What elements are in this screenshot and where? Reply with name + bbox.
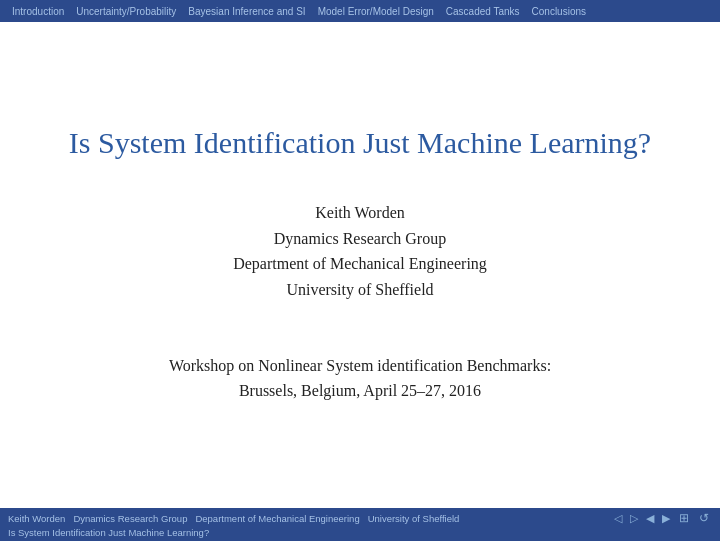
- bottom-navigation: Keith Worden Dynamics Research Group Dep…: [0, 508, 720, 541]
- nav-item-uncertainty[interactable]: Uncertainty/Probability: [70, 6, 182, 17]
- top-navigation[interactable]: Introduction Uncertainty/Probability Bay…: [0, 0, 720, 22]
- nav-item-model-error[interactable]: Model Error/Model Design: [312, 6, 440, 17]
- nav-next-section[interactable]: ▷: [628, 512, 640, 525]
- author-department: Department of Mechanical Engineering: [233, 251, 487, 277]
- nav-item-bayesian[interactable]: Bayesian Inference and SI: [182, 6, 311, 17]
- nav-item-cascaded[interactable]: Cascaded Tanks: [440, 6, 526, 17]
- author-block: Keith Worden Dynamics Research Group Dep…: [233, 200, 487, 302]
- nav-grid-view[interactable]: ⊞: [676, 511, 692, 526]
- bottom-nav-links: Keith Worden Dynamics Research Group Dep…: [8, 513, 459, 524]
- author-name: Keith Worden: [233, 200, 487, 226]
- nav-prev-slide[interactable]: ◀: [644, 512, 656, 525]
- workshop-line1: Workshop on Nonlinear System identificat…: [169, 353, 551, 379]
- nav-controls[interactable]: ◁ ▷ ◀ ▶ ⊞ ↺: [612, 511, 712, 526]
- nav-prev-section[interactable]: ◁: [612, 512, 624, 525]
- bottom-link-department[interactable]: Department of Mechanical Engineering: [195, 513, 359, 524]
- bottom-subtitle: Is System Identification Just Machine Le…: [8, 526, 712, 538]
- bottom-link-group[interactable]: Dynamics Research Group: [73, 513, 187, 524]
- nav-item-introduction[interactable]: Introduction: [6, 6, 70, 17]
- nav-next-slide[interactable]: ▶: [660, 512, 672, 525]
- workshop-line2: Brussels, Belgium, April 25–27, 2016: [169, 378, 551, 404]
- slide-title: Is System Identification Just Machine Le…: [69, 126, 651, 160]
- nav-item-conclusions[interactable]: Conclusions: [526, 6, 592, 17]
- author-university: University of Sheffield: [233, 277, 487, 303]
- slide-content: Is System Identification Just Machine Le…: [0, 22, 720, 508]
- bottom-link-university[interactable]: University of Sheffield: [368, 513, 460, 524]
- bottom-nav-top: Keith Worden Dynamics Research Group Dep…: [8, 511, 712, 526]
- workshop-block: Workshop on Nonlinear System identificat…: [169, 353, 551, 404]
- nav-refresh[interactable]: ↺: [696, 511, 712, 526]
- bottom-link-author[interactable]: Keith Worden: [8, 513, 65, 524]
- author-group: Dynamics Research Group: [233, 226, 487, 252]
